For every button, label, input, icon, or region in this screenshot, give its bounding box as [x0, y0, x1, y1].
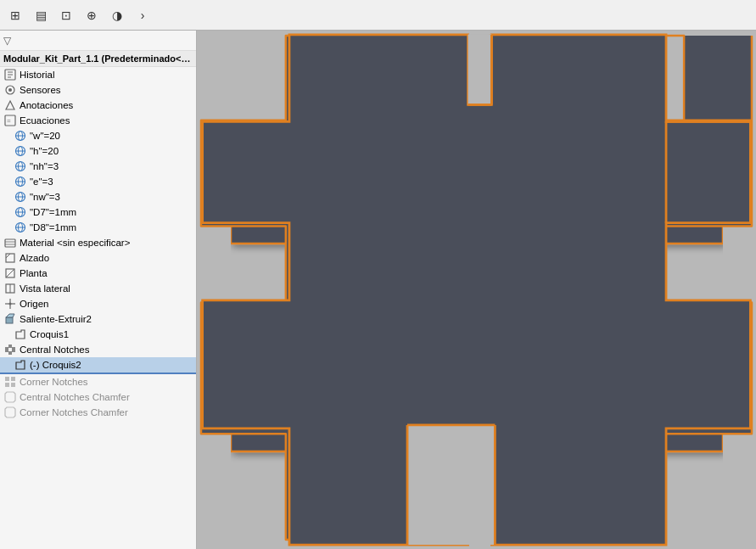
- sidebar-tree: Historial Sensores Anotaciones =: [0, 67, 196, 549]
- main-layout: ▽ Modular_Kit_Part_1.1 (Predeterminado<<…: [0, 31, 756, 549]
- svg-rect-46: [8, 345, 12, 348]
- bottom-center-notch: [407, 425, 495, 545]
- svg-rect-45: [5, 347, 8, 352]
- sidebar-item-e-label: "e"=3: [30, 176, 53, 187]
- shape-container: [197, 31, 756, 549]
- globe-icon-d8: [14, 221, 27, 234]
- sidebar-item-corner-notches[interactable]: Corner Notches: [0, 374, 196, 389]
- sidebar-item-central-notches-chamfer[interactable]: Central Notches Chamfer: [0, 389, 196, 405]
- sidebar-item-h[interactable]: "h"=20: [0, 143, 196, 159]
- top-center-slot-bg: [468, 35, 492, 104]
- sidebar-item-d8-label: "D8"=1mm: [30, 222, 76, 232]
- sidebar-item-e[interactable]: "e"=3: [0, 174, 196, 189]
- sidebar-item-vista-lateral-label: Vista lateral: [20, 283, 70, 294]
- sidebar-item-d7-label: "D7"=1mm: [30, 207, 76, 217]
- svg-rect-47: [12, 347, 15, 352]
- svg-line-36: [6, 269, 14, 277]
- sidebar-item-origen-label: Origen: [20, 299, 49, 309]
- sidebar-item-central-notches-label: Central Notches: [20, 345, 89, 355]
- sidebar-item-alzado-label: Alzado: [20, 253, 49, 263]
- sidebar-item-corner-notches-chamfer[interactable]: Corner Notches Chamfer: [0, 405, 196, 420]
- sidebar-item-ecuaciones[interactable]: = Ecuaciones: [0, 113, 196, 128]
- equation-icon: =: [3, 114, 17, 127]
- crosshair-icon[interactable]: ⊕: [80, 3, 104, 27]
- svg-marker-44: [16, 330, 25, 339]
- globe-icon-e: [14, 175, 27, 188]
- sidebar-item-alzado[interactable]: Alzado: [0, 250, 196, 266]
- sidebar-item-anotaciones[interactable]: Anotaciones: [0, 98, 196, 113]
- planta-icon: [3, 266, 17, 280]
- sidebar-item-croquis1[interactable]: Croquis1: [0, 327, 196, 342]
- sidebar-item-anotaciones-label: Anotaciones: [20, 100, 73, 110]
- svg-point-41: [9, 303, 12, 305]
- globe-icon-h: [14, 144, 27, 158]
- history-icon: [3, 68, 17, 81]
- sidebar-item-material[interactable]: Material <sin especificar>: [0, 235, 196, 250]
- sidebar-item-planta[interactable]: Planta: [0, 266, 196, 281]
- corner-notches-chamfer-icon: [3, 406, 17, 419]
- list-icon[interactable]: ▤: [29, 3, 53, 27]
- sidebar-item-corner-notches-chamfer-label: Corner Notches Chamfer: [20, 407, 128, 417]
- material-icon: [3, 236, 17, 249]
- sidebar-item-croquis2-label: (-) Croquis2: [30, 360, 81, 370]
- central-notches-icon: [3, 343, 17, 356]
- sidebar-item-w-label: "w"=20: [30, 131, 60, 141]
- globe-icon-nh: [14, 160, 27, 173]
- sidebar-item-d7[interactable]: "D7"=1mm: [0, 204, 196, 220]
- tree-icon[interactable]: ⊡: [54, 3, 78, 27]
- svg-rect-30: [5, 239, 15, 247]
- sidebar-item-saliente-extruir2-label: Saliente-Extruir2: [20, 314, 92, 324]
- sidebar-item-h-label: "h"=20: [30, 146, 59, 156]
- sidebar-filter: ▽: [0, 31, 196, 51]
- sidebar-item-central-notches[interactable]: Central Notches: [0, 342, 196, 357]
- annotation-icon: [3, 98, 17, 112]
- svg-rect-50: [5, 377, 9, 381]
- sidebar: ▽ Modular_Kit_Part_1.1 (Predeterminado<<…: [0, 31, 197, 549]
- sidebar-item-sensores[interactable]: Sensores: [0, 82, 196, 98]
- sidebar-item-vista-lateral[interactable]: Vista lateral: [0, 281, 196, 296]
- extrude-icon: [3, 312, 17, 326]
- svg-rect-48: [8, 351, 12, 355]
- grid-icon[interactable]: ⊞: [3, 3, 27, 27]
- svg-rect-52: [5, 383, 9, 387]
- svg-rect-33: [6, 254, 14, 262]
- sidebar-item-w[interactable]: "w"=20: [0, 128, 196, 143]
- toolbar: ⊞ ▤ ⊡ ⊕ ◑ ›: [0, 0, 756, 31]
- sketch-icon-croquis1: [14, 328, 27, 341]
- origin-icon: [3, 297, 17, 311]
- sidebar-item-origen[interactable]: Origen: [0, 296, 196, 311]
- sidebar-item-nw[interactable]: "nw"=3: [0, 189, 196, 204]
- corner-notches-icon: [3, 375, 17, 389]
- viewport[interactable]: [197, 31, 756, 549]
- final-shape-svg: [197, 31, 756, 549]
- sidebar-item-nh-label: "nh"=3: [30, 161, 59, 171]
- globe-icon-w: [14, 129, 27, 143]
- pie-icon[interactable]: ◑: [105, 3, 129, 27]
- sidebar-item-sensores-label: Sensores: [20, 85, 61, 95]
- svg-text:=: =: [7, 117, 11, 125]
- svg-marker-55: [5, 407, 15, 417]
- filter-icon: ▽: [3, 35, 11, 47]
- sidebar-item-nw-label: "nw"=3: [30, 192, 60, 202]
- sidebar-item-saliente-extruir2[interactable]: Saliente-Extruir2: [0, 311, 196, 327]
- more-icon[interactable]: ›: [131, 3, 154, 27]
- svg-marker-54: [5, 392, 15, 402]
- svg-rect-42: [6, 317, 13, 323]
- globe-icon-d7: [14, 205, 27, 219]
- globe-icon-nw: [14, 190, 27, 204]
- sidebar-item-material-label: Material <sin especificar>: [20, 238, 130, 248]
- sidebar-item-corner-notches-label: Corner Notches: [20, 377, 88, 387]
- sidebar-item-d8[interactable]: "D8"=1mm: [0, 220, 196, 235]
- svg-marker-49: [16, 361, 25, 369]
- svg-marker-6: [6, 101, 14, 109]
- sidebar-item-croquis2[interactable]: (-) Croquis2: [0, 357, 196, 374]
- central-notches-chamfer-icon: [3, 390, 17, 404]
- sensor-icon: [3, 83, 17, 97]
- alzado-icon: [3, 251, 17, 265]
- sidebar-item-planta-label: Planta: [20, 268, 48, 278]
- sidebar-item-ecuaciones-label: Ecuaciones: [20, 115, 70, 126]
- sidebar-item-historial[interactable]: Historial: [0, 67, 196, 82]
- sidebar-item-nh[interactable]: "nh"=3: [0, 159, 196, 174]
- svg-line-34: [6, 254, 10, 258]
- svg-rect-51: [11, 377, 15, 381]
